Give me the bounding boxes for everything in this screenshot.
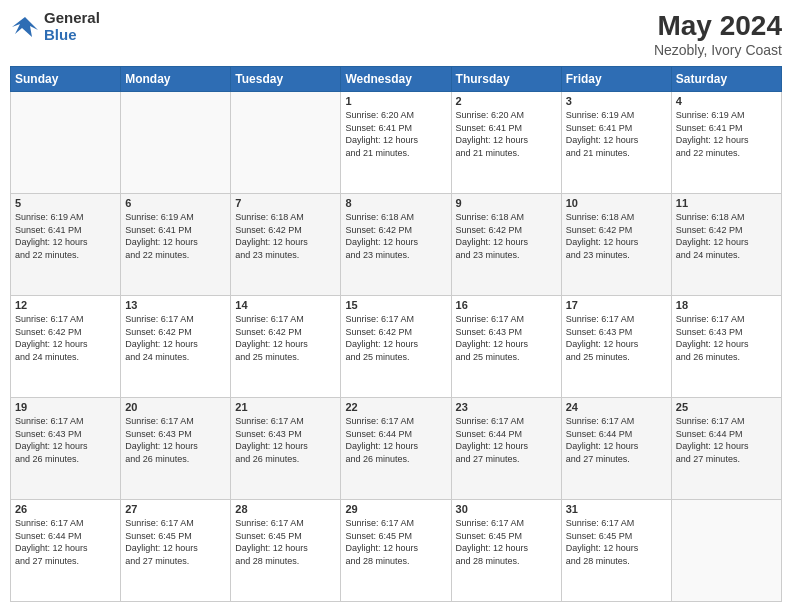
calendar: SundayMondayTuesdayWednesdayThursdayFrid… [10,66,782,602]
weekday-header: Friday [561,67,671,92]
day-info: Sunrise: 6:18 AM Sunset: 6:42 PM Dayligh… [456,211,557,261]
weekday-header: Monday [121,67,231,92]
day-info: Sunrise: 6:17 AM Sunset: 6:45 PM Dayligh… [235,517,336,567]
day-info: Sunrise: 6:17 AM Sunset: 6:43 PM Dayligh… [676,313,777,363]
calendar-cell: 1Sunrise: 6:20 AM Sunset: 6:41 PM Daylig… [341,92,451,194]
day-number: 4 [676,95,777,107]
day-number: 12 [15,299,116,311]
day-number: 6 [125,197,226,209]
day-info: Sunrise: 6:17 AM Sunset: 6:45 PM Dayligh… [566,517,667,567]
calendar-cell: 25Sunrise: 6:17 AM Sunset: 6:44 PM Dayli… [671,398,781,500]
calendar-cell: 18Sunrise: 6:17 AM Sunset: 6:43 PM Dayli… [671,296,781,398]
title-block: May 2024 Nezobly, Ivory Coast [654,10,782,58]
day-info: Sunrise: 6:17 AM Sunset: 6:45 PM Dayligh… [345,517,446,567]
calendar-cell: 8Sunrise: 6:18 AM Sunset: 6:42 PM Daylig… [341,194,451,296]
weekday-header: Thursday [451,67,561,92]
day-number: 7 [235,197,336,209]
calendar-cell: 3Sunrise: 6:19 AM Sunset: 6:41 PM Daylig… [561,92,671,194]
day-info: Sunrise: 6:19 AM Sunset: 6:41 PM Dayligh… [125,211,226,261]
calendar-cell: 12Sunrise: 6:17 AM Sunset: 6:42 PM Dayli… [11,296,121,398]
day-info: Sunrise: 6:17 AM Sunset: 6:42 PM Dayligh… [235,313,336,363]
calendar-cell: 16Sunrise: 6:17 AM Sunset: 6:43 PM Dayli… [451,296,561,398]
calendar-cell: 22Sunrise: 6:17 AM Sunset: 6:44 PM Dayli… [341,398,451,500]
calendar-cell: 26Sunrise: 6:17 AM Sunset: 6:44 PM Dayli… [11,500,121,602]
calendar-week-row: 1Sunrise: 6:20 AM Sunset: 6:41 PM Daylig… [11,92,782,194]
day-info: Sunrise: 6:17 AM Sunset: 6:45 PM Dayligh… [125,517,226,567]
day-info: Sunrise: 6:18 AM Sunset: 6:42 PM Dayligh… [566,211,667,261]
calendar-cell: 2Sunrise: 6:20 AM Sunset: 6:41 PM Daylig… [451,92,561,194]
day-info: Sunrise: 6:18 AM Sunset: 6:42 PM Dayligh… [345,211,446,261]
calendar-cell: 23Sunrise: 6:17 AM Sunset: 6:44 PM Dayli… [451,398,561,500]
calendar-cell [11,92,121,194]
calendar-cell: 24Sunrise: 6:17 AM Sunset: 6:44 PM Dayli… [561,398,671,500]
calendar-cell: 27Sunrise: 6:17 AM Sunset: 6:45 PM Dayli… [121,500,231,602]
day-number: 29 [345,503,446,515]
calendar-cell: 5Sunrise: 6:19 AM Sunset: 6:41 PM Daylig… [11,194,121,296]
day-info: Sunrise: 6:17 AM Sunset: 6:44 PM Dayligh… [456,415,557,465]
day-number: 26 [15,503,116,515]
day-number: 27 [125,503,226,515]
day-info: Sunrise: 6:17 AM Sunset: 6:42 PM Dayligh… [15,313,116,363]
calendar-cell: 13Sunrise: 6:17 AM Sunset: 6:42 PM Dayli… [121,296,231,398]
day-info: Sunrise: 6:17 AM Sunset: 6:42 PM Dayligh… [345,313,446,363]
calendar-cell: 6Sunrise: 6:19 AM Sunset: 6:41 PM Daylig… [121,194,231,296]
day-info: Sunrise: 6:17 AM Sunset: 6:43 PM Dayligh… [125,415,226,465]
svg-marker-0 [12,17,38,37]
day-info: Sunrise: 6:19 AM Sunset: 6:41 PM Dayligh… [566,109,667,159]
day-number: 9 [456,197,557,209]
calendar-cell: 30Sunrise: 6:17 AM Sunset: 6:45 PM Dayli… [451,500,561,602]
calendar-cell: 7Sunrise: 6:18 AM Sunset: 6:42 PM Daylig… [231,194,341,296]
calendar-cell: 10Sunrise: 6:18 AM Sunset: 6:42 PM Dayli… [561,194,671,296]
day-info: Sunrise: 6:18 AM Sunset: 6:42 PM Dayligh… [676,211,777,261]
day-number: 28 [235,503,336,515]
day-info: Sunrise: 6:20 AM Sunset: 6:41 PM Dayligh… [456,109,557,159]
day-info: Sunrise: 6:17 AM Sunset: 6:44 PM Dayligh… [345,415,446,465]
logo: General Blue [10,10,100,43]
calendar-cell [121,92,231,194]
day-number: 1 [345,95,446,107]
logo-icon [10,12,40,42]
calendar-week-row: 5Sunrise: 6:19 AM Sunset: 6:41 PM Daylig… [11,194,782,296]
day-info: Sunrise: 6:17 AM Sunset: 6:42 PM Dayligh… [125,313,226,363]
day-number: 21 [235,401,336,413]
day-info: Sunrise: 6:17 AM Sunset: 6:45 PM Dayligh… [456,517,557,567]
calendar-cell: 21Sunrise: 6:17 AM Sunset: 6:43 PM Dayli… [231,398,341,500]
calendar-cell: 29Sunrise: 6:17 AM Sunset: 6:45 PM Dayli… [341,500,451,602]
day-number: 14 [235,299,336,311]
calendar-cell [671,500,781,602]
calendar-cell: 17Sunrise: 6:17 AM Sunset: 6:43 PM Dayli… [561,296,671,398]
weekday-header: Tuesday [231,67,341,92]
month-year: May 2024 [654,10,782,42]
calendar-cell: 4Sunrise: 6:19 AM Sunset: 6:41 PM Daylig… [671,92,781,194]
header: General Blue May 2024 Nezobly, Ivory Coa… [10,10,782,58]
calendar-week-row: 19Sunrise: 6:17 AM Sunset: 6:43 PM Dayli… [11,398,782,500]
day-info: Sunrise: 6:17 AM Sunset: 6:43 PM Dayligh… [456,313,557,363]
page: General Blue May 2024 Nezobly, Ivory Coa… [0,0,792,612]
calendar-week-row: 12Sunrise: 6:17 AM Sunset: 6:42 PM Dayli… [11,296,782,398]
day-info: Sunrise: 6:20 AM Sunset: 6:41 PM Dayligh… [345,109,446,159]
day-info: Sunrise: 6:17 AM Sunset: 6:44 PM Dayligh… [566,415,667,465]
day-number: 15 [345,299,446,311]
day-number: 17 [566,299,667,311]
day-info: Sunrise: 6:19 AM Sunset: 6:41 PM Dayligh… [15,211,116,261]
day-number: 8 [345,197,446,209]
logo-blue: Blue [44,27,100,44]
calendar-cell: 11Sunrise: 6:18 AM Sunset: 6:42 PM Dayli… [671,194,781,296]
day-number: 2 [456,95,557,107]
calendar-cell: 28Sunrise: 6:17 AM Sunset: 6:45 PM Dayli… [231,500,341,602]
day-number: 13 [125,299,226,311]
weekday-header: Sunday [11,67,121,92]
day-number: 10 [566,197,667,209]
day-number: 18 [676,299,777,311]
day-number: 11 [676,197,777,209]
calendar-cell [231,92,341,194]
day-number: 24 [566,401,667,413]
calendar-cell: 31Sunrise: 6:17 AM Sunset: 6:45 PM Dayli… [561,500,671,602]
calendar-cell: 19Sunrise: 6:17 AM Sunset: 6:43 PM Dayli… [11,398,121,500]
location: Nezobly, Ivory Coast [654,42,782,58]
day-number: 23 [456,401,557,413]
calendar-cell: 9Sunrise: 6:18 AM Sunset: 6:42 PM Daylig… [451,194,561,296]
day-number: 3 [566,95,667,107]
weekday-header-row: SundayMondayTuesdayWednesdayThursdayFrid… [11,67,782,92]
day-number: 5 [15,197,116,209]
